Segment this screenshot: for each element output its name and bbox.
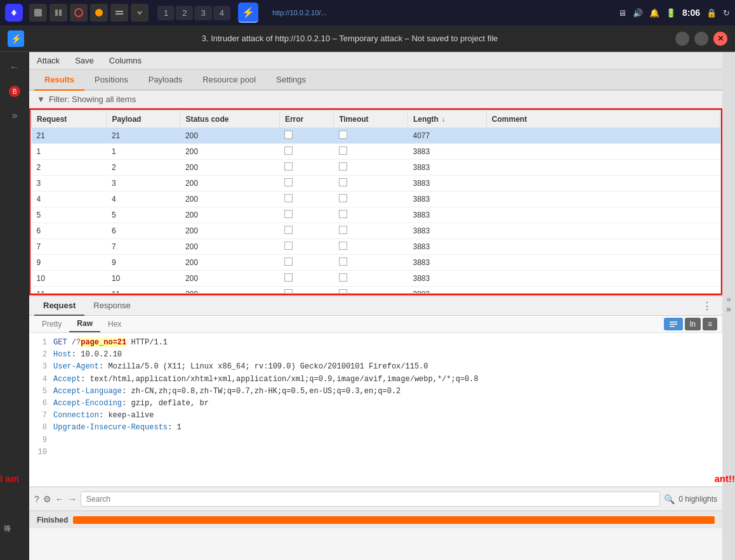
code-line: 1GET /?page_no=21 HTTP/1.1 xyxy=(37,337,715,349)
taskbar-icon-2[interactable] xyxy=(50,4,67,22)
line-number: 7 xyxy=(37,410,47,422)
tab-settings[interactable]: Settings xyxy=(266,70,316,91)
os-time: 8:06 xyxy=(682,8,700,18)
help-icon[interactable]: ? xyxy=(34,494,39,504)
taskbar-icon-dropdown[interactable] xyxy=(131,4,149,22)
col-error[interactable]: Error xyxy=(279,111,333,128)
tab-resource-pool[interactable]: Resource pool xyxy=(192,70,266,91)
settings-icon[interactable]: ⚙ xyxy=(43,494,51,504)
col-comment[interactable]: Comment xyxy=(486,111,720,128)
svg-rect-9 xyxy=(670,324,677,325)
table-row[interactable]: 2 2 200 3883 xyxy=(32,160,720,176)
search-forward-icon[interactable]: → xyxy=(68,494,77,504)
svg-point-2 xyxy=(75,9,83,16)
code-line: 8Upgrade-Insecure-Requests: 1 xyxy=(37,422,715,434)
col-length[interactable]: Length ↓ xyxy=(407,111,486,128)
os-bell-icon: 🔔 xyxy=(649,8,659,18)
col-request[interactable]: Request xyxy=(32,111,107,128)
taskbar-icon-3[interactable] xyxy=(70,4,88,22)
svg-rect-10 xyxy=(670,326,675,327)
nav-burp-icon[interactable]: B xyxy=(4,81,25,101)
ln-button[interactable]: ln xyxy=(685,318,701,330)
search-magnify-icon[interactable]: 🔍 xyxy=(664,494,675,504)
status-bar: Finished xyxy=(29,511,722,528)
svg-rect-8 xyxy=(670,322,677,323)
nav-back-icon[interactable]: ← xyxy=(4,57,25,77)
app-title: 3. Intruder attack of http://10.0.2.10 –… xyxy=(29,34,670,43)
line-number: 10 xyxy=(37,446,47,459)
tab-response[interactable]: Response xyxy=(84,296,140,316)
search-highlight-count: 0 highlights xyxy=(679,495,717,504)
progress-fill xyxy=(73,516,715,524)
code-line: 4Accept: text/html,application/xhtml+xml… xyxy=(37,374,715,386)
table-row[interactable]: 11 11 200 3883 xyxy=(32,287,720,294)
menu-attack[interactable]: Attack xyxy=(34,55,62,67)
maximize-button[interactable] xyxy=(694,32,708,46)
table-row[interactable]: 7 7 200 3883 xyxy=(32,239,720,255)
col-timeout[interactable]: Timeout xyxy=(334,111,408,128)
taskbar-icon-4[interactable] xyxy=(90,4,108,22)
table-row[interactable]: 6 6 200 3883 xyxy=(32,223,720,239)
table-row[interactable]: 4 4 200 3883 xyxy=(32,192,720,207)
burp-active-tab[interactable]: ⚡ xyxy=(238,3,258,23)
minimize-button[interactable] xyxy=(675,32,689,46)
close-button[interactable]: ✕ xyxy=(713,32,727,46)
menu-save[interactable]: Save xyxy=(72,55,96,67)
line-number: 8 xyxy=(37,422,47,434)
line-number: 9 xyxy=(37,434,47,446)
main-tab-bar: Results Positions Payloads Resource pool… xyxy=(29,70,722,91)
code-line: 9 xyxy=(37,434,715,446)
os-tab-2[interactable]: 2 xyxy=(176,6,193,20)
tab-request[interactable]: Request xyxy=(34,296,84,316)
table-row[interactable]: 5 5 200 3883 xyxy=(32,207,720,223)
os-tab-3[interactable]: 3 xyxy=(194,6,211,20)
search-input[interactable] xyxy=(81,492,660,507)
left-edge-text: I am xyxy=(0,473,19,484)
search-back-icon[interactable]: ← xyxy=(55,494,64,504)
os-monitor-icon: 🖥 xyxy=(618,8,626,18)
format-button[interactable]: ≡ xyxy=(703,318,717,330)
more-options-icon[interactable]: ⋮ xyxy=(697,297,717,315)
filter-label: Filter: Showing all items xyxy=(49,94,136,104)
app-logo: ⚡ xyxy=(8,30,24,47)
status-label: Finished xyxy=(37,516,68,524)
col-status-code[interactable]: Status code xyxy=(180,111,279,128)
code-line: 10 xyxy=(37,446,715,459)
taskbar-icon-1[interactable] xyxy=(29,4,47,22)
tab-results[interactable]: Results xyxy=(34,70,84,91)
search-bar: ? ⚙ ← → 🔍 0 highlights xyxy=(29,486,722,511)
inner-tab-hex[interactable]: Hex xyxy=(100,316,129,332)
bottom-left-label: 等待 xyxy=(0,517,15,522)
table-row[interactable]: 21 21 200 4077 xyxy=(32,128,720,144)
table-row[interactable]: 1 1 200 3883 xyxy=(32,144,720,160)
inner-tab-raw[interactable]: Raw xyxy=(69,316,100,332)
os-tab-1[interactable]: 1 xyxy=(157,6,175,20)
code-line: 2Host: 10.0.2.10 xyxy=(37,349,715,361)
results-table-highlight: Request Payload Status code Error Timeou… xyxy=(29,108,722,295)
os-logo xyxy=(5,4,23,22)
os-lock-icon: 🔒 xyxy=(706,8,717,18)
tab-payloads[interactable]: Payloads xyxy=(138,70,192,91)
results-table-container[interactable]: Request Payload Status code Error Timeou… xyxy=(30,110,721,294)
code-area: 1GET /?page_no=21 HTTP/1.12Host: 10.0.2.… xyxy=(29,333,722,486)
nav-arrow-right-icon[interactable]: » xyxy=(4,105,25,126)
os-tab-4[interactable]: 4 xyxy=(213,6,230,20)
table-row[interactable]: 10 10 200 3883 xyxy=(32,271,720,287)
svg-point-3 xyxy=(95,9,103,16)
word-wrap-button[interactable] xyxy=(664,318,683,331)
line-number: 1 xyxy=(37,337,47,349)
inner-tab-pretty[interactable]: Pretty xyxy=(34,316,69,332)
col-payload[interactable]: Payload xyxy=(107,111,180,128)
code-line: 6Accept-Encoding: gzip, deflate, br xyxy=(37,398,715,410)
table-row[interactable]: 3 3 200 3883 xyxy=(32,176,720,192)
taskbar-icon-5[interactable] xyxy=(110,4,128,22)
filter-bar: ▼ Filter: Showing all items xyxy=(29,91,722,108)
tab-positions[interactable]: Positions xyxy=(84,70,138,91)
line-number: 6 xyxy=(37,398,47,410)
results-table: Request Payload Status code Error Timeou… xyxy=(31,110,720,294)
menu-columns[interactable]: Columns xyxy=(107,55,144,67)
intruder-panel: Attack Save Columns Results Positions Pa… xyxy=(29,52,722,560)
line-number: 2 xyxy=(37,349,47,361)
right-edge-text: ant!! xyxy=(715,473,736,484)
table-row[interactable]: 9 9 200 3883 xyxy=(32,255,720,271)
